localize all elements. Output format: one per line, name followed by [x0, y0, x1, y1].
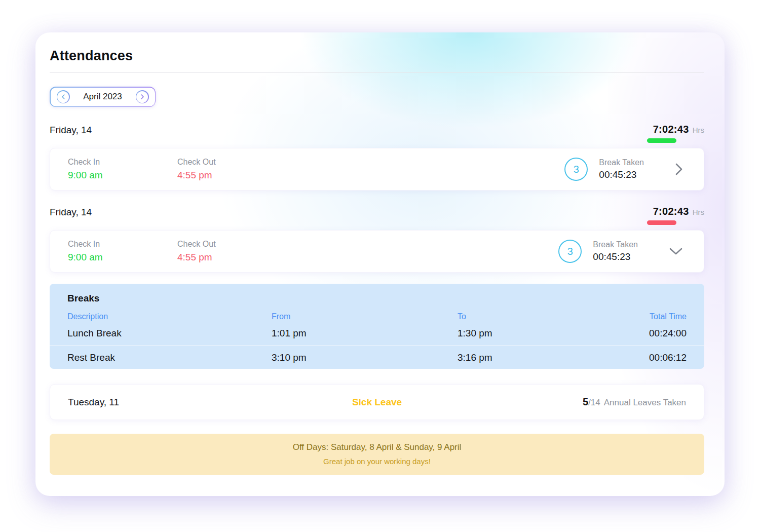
- break-count-badge: 3: [558, 240, 582, 263]
- chevron-right-icon: [140, 94, 145, 100]
- hours-status-bar-red: [647, 220, 676, 225]
- off-days-banner: Off Days: Saturday, 8 April & Sunday, 9 …: [50, 434, 704, 475]
- check-out-label: Check Out: [177, 240, 287, 249]
- check-out-label: Check Out: [177, 158, 287, 167]
- break-description: Rest Break: [67, 352, 272, 363]
- current-month-label: April 2023: [83, 92, 122, 102]
- breaks-panel: Breaks Description From To Total Time Lu…: [50, 284, 704, 369]
- attendance-row[interactable]: Check In 9:00 am Check Out 4:55 pm 3 Bre…: [50, 148, 704, 191]
- check-in-block: Check In 9:00 am: [68, 240, 177, 263]
- break-taken-time: 00:45:23: [593, 251, 638, 262]
- day-label: Friday, 14: [50, 124, 92, 136]
- worked-hours-block: 7:02:43 Hrs: [647, 124, 704, 143]
- column-header-to: To: [458, 312, 643, 321]
- off-days-text: Off Days: Saturday, 8 April & Sunday, 9 …: [50, 442, 704, 452]
- check-in-time: 9:00 am: [68, 252, 177, 263]
- check-in-label: Check In: [68, 240, 177, 249]
- breaks-title: Breaks: [50, 293, 704, 304]
- leaves-total: /14: [588, 398, 600, 408]
- leave-day-label: Tuesday, 11: [68, 397, 352, 408]
- next-month-button[interactable]: [136, 90, 149, 103]
- attendances-panel: Attendances April 2023 Fri: [35, 32, 725, 496]
- column-header-total-time: Total Time: [643, 312, 687, 321]
- break-count-badge: 3: [564, 158, 588, 181]
- leaves-taken-count: 5: [583, 396, 588, 408]
- column-header-description: Description: [67, 312, 272, 321]
- break-table-row: Lunch Break 1:01 pm 1:30 pm 00:24:00: [50, 321, 704, 345]
- leaves-taken-label: Annual Leaves Taken: [604, 398, 686, 408]
- leave-row: Tuesday, 11 Sick Leave 5 /14 Annual Leav…: [50, 384, 704, 420]
- break-summary: 3 Break Taken 00:45:23: [558, 240, 683, 263]
- worked-hours-block: 7:02:43 Hrs: [647, 206, 704, 225]
- check-in-label: Check In: [68, 158, 177, 167]
- break-description: Lunch Break: [67, 328, 272, 339]
- day-header: Friday, 14 7:02:43 Hrs: [50, 124, 704, 143]
- chevron-left-icon: [61, 94, 66, 100]
- break-to: 1:30 pm: [458, 328, 643, 339]
- leave-type-label: Sick Leave: [352, 397, 402, 408]
- check-out-time: 4:55 pm: [177, 252, 287, 263]
- chevron-right-icon: [674, 162, 683, 176]
- worked-hours-value: 7:02:43: [653, 124, 689, 135]
- page-title: Attendances: [50, 48, 704, 64]
- worked-hours-unit: Hrs: [693, 126, 704, 134]
- check-out-time: 4:55 pm: [177, 170, 287, 181]
- attendance-row-expanded[interactable]: Check In 9:00 am Check Out 4:55 pm 3 Bre…: [50, 230, 704, 273]
- collapse-row-button[interactable]: [668, 247, 683, 256]
- chevron-down-icon: [668, 247, 683, 256]
- break-from: 1:01 pm: [272, 328, 458, 339]
- break-from: 3:10 pm: [272, 352, 458, 363]
- break-total: 00:24:00: [643, 328, 687, 339]
- worked-hours-value: 7:02:43: [653, 206, 689, 217]
- break-to: 3:16 pm: [458, 352, 643, 363]
- previous-month-button[interactable]: [57, 90, 70, 103]
- check-in-block: Check In 9:00 am: [68, 158, 177, 181]
- break-total: 00:06:12: [643, 352, 687, 363]
- break-summary: 3 Break Taken 00:45:23: [564, 158, 683, 181]
- check-out-block: Check Out 4:55 pm: [177, 158, 287, 181]
- column-header-from: From: [272, 312, 458, 321]
- check-out-block: Check Out 4:55 pm: [177, 240, 287, 263]
- break-table-row: Rest Break 3:10 pm 3:16 pm 00:06:12: [50, 345, 704, 369]
- check-in-time: 9:00 am: [68, 170, 177, 181]
- title-divider: [50, 72, 704, 73]
- month-selector: April 2023: [50, 87, 156, 107]
- off-days-encouragement: Great job on your working days!: [50, 457, 704, 466]
- day-header: Friday, 14 7:02:43 Hrs: [50, 206, 704, 225]
- day-label: Friday, 14: [50, 206, 92, 218]
- breaks-table-header: Description From To Total Time: [50, 312, 704, 321]
- break-taken-label: Break Taken: [599, 158, 644, 167]
- expand-row-button[interactable]: [674, 162, 683, 176]
- annual-leaves-summary: 5 /14 Annual Leaves Taken: [583, 396, 686, 408]
- break-taken-label: Break Taken: [593, 240, 638, 249]
- hours-status-bar-green: [647, 138, 676, 143]
- break-taken-time: 00:45:23: [599, 169, 644, 180]
- worked-hours-unit: Hrs: [693, 208, 704, 216]
